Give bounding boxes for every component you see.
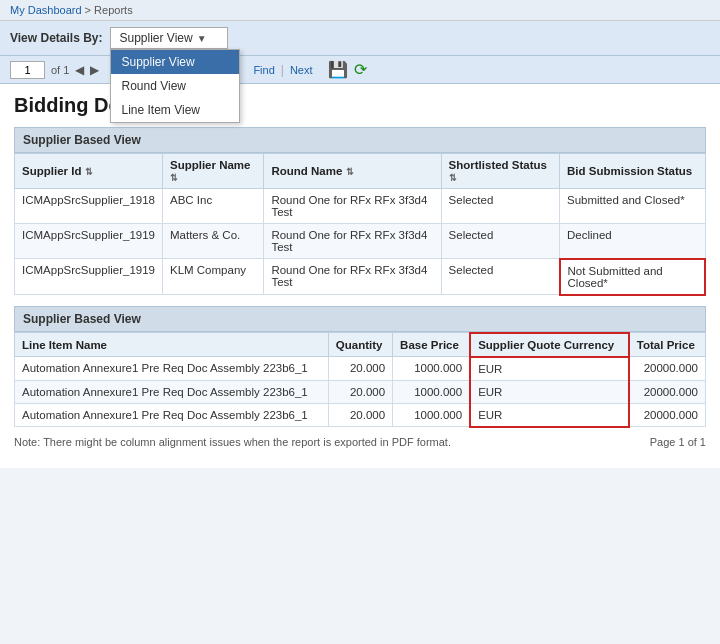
dropdown-item-supplier[interactable]: Supplier View (111, 50, 239, 74)
col-line-item: Line Item Name (15, 333, 329, 357)
cell-quantity: 20.000 (328, 357, 392, 381)
cell-supplier-id: ICMAppSrcSupplier_1919 (15, 259, 163, 295)
col-quantity: Quantity (328, 333, 392, 357)
cell-shortlisted: Selected (441, 189, 559, 224)
cell-base-price: 1000.000 (393, 380, 471, 403)
table-row: Automation Annexure1 Pre Req Doc Assembl… (15, 357, 706, 381)
cell-line-item: Automation Annexure1 Pre Req Doc Assembl… (15, 380, 329, 403)
cell-shortlisted: Selected (441, 224, 559, 259)
col-total-price: Total Price (629, 333, 706, 357)
cell-supplier-name: KLM Company (162, 259, 263, 295)
find-separator: | (281, 63, 284, 77)
breadcrumb-separator: > (85, 4, 91, 16)
cell-supplier-name: ABC Inc (162, 189, 263, 224)
cell-round-name: Round One for RFx RFx 3f3d4 Test (264, 189, 441, 224)
cell-supplier-id: ICMAppSrcSupplier_1919 (15, 224, 163, 259)
col-supplier-name: Supplier Name ⇅ (162, 154, 263, 189)
section2-header-row: Line Item Name Quantity Base Price Suppl… (15, 333, 706, 357)
refresh-icon[interactable]: ⟳ (354, 60, 367, 79)
cell-currency: EUR (470, 357, 629, 381)
find-link[interactable]: Find (253, 64, 274, 76)
breadcrumb-dashboard[interactable]: My Dashboard (10, 4, 82, 16)
nav-arrow-icon: ◀ (75, 63, 84, 77)
content-area: Bidding Details Report Supplier Based Vi… (0, 84, 720, 468)
breadcrumb: My Dashboard > Reports (0, 0, 720, 21)
col-shortlisted: Shortlisted Status ⇅ (441, 154, 559, 189)
export-icon[interactable]: 💾 (328, 60, 348, 79)
cell-bid-status: Declined (560, 224, 705, 259)
view-label: View Details By: (10, 31, 102, 45)
cell-total-price: 20000.000 (629, 403, 706, 427)
cell-total-price: 20000.000 (629, 357, 706, 381)
cell-base-price: 1000.000 (393, 403, 471, 427)
cell-round-name: Round One for RFx RFx 3f3d4 Test (264, 259, 441, 295)
nav-bar: of 1 ◀ ▶ Find | Next 💾 ⟳ (0, 56, 720, 84)
page-info: Page 1 of 1 (650, 436, 706, 448)
section1-header: Supplier Based View (14, 127, 706, 153)
cell-supplier-name: Matters & Co. (162, 224, 263, 259)
section2-table: Line Item Name Quantity Base Price Suppl… (14, 332, 706, 428)
cell-line-item: Automation Annexure1 Pre Req Doc Assembl… (15, 357, 329, 381)
cell-total-price: 20000.000 (629, 380, 706, 403)
page-input[interactable] (10, 61, 45, 79)
footer: Note: There might be column alignment is… (14, 436, 706, 448)
dropdown-item-round[interactable]: Round View (111, 74, 239, 98)
table-row: ICMAppSrcSupplier_1919 KLM Company Round… (15, 259, 706, 295)
cell-quantity: 20.000 (328, 403, 392, 427)
cell-supplier-id: ICMAppSrcSupplier_1918 (15, 189, 163, 224)
col-currency: Supplier Quote Currency (470, 333, 629, 357)
col-round-name: Round Name ⇅ (264, 154, 441, 189)
col-bid-status: Bid Submission Status (560, 154, 705, 189)
cell-bid-status: Submitted and Closed* (560, 189, 705, 224)
cell-line-item: Automation Annexure1 Pre Req Doc Assembl… (15, 403, 329, 427)
cell-currency: EUR (470, 403, 629, 427)
cell-currency: EUR (470, 380, 629, 403)
toolbar: View Details By: Supplier View ▼ Supplie… (0, 21, 720, 56)
col-base-price: Base Price (393, 333, 471, 357)
section2-header: Supplier Based View (14, 306, 706, 332)
next-link[interactable]: Next (290, 64, 313, 76)
breadcrumb-current: Reports (94, 4, 133, 16)
section1-table: Supplier Id ⇅ Supplier Name ⇅ Round Name… (14, 153, 706, 296)
view-select-button[interactable]: Supplier View ▼ (110, 27, 227, 49)
dropdown-menu: Supplier View Round View Line Item View (110, 49, 240, 123)
cell-base-price: 1000.000 (393, 357, 471, 381)
view-select-dropdown[interactable]: Supplier View ▼ Supplier View Round View… (110, 27, 227, 49)
cell-bid-status-highlighted: Not Submitted and Closed* (560, 259, 705, 295)
table-row: ICMAppSrcSupplier_1918 ABC Inc Round One… (15, 189, 706, 224)
dropdown-arrow-icon: ▼ (197, 33, 207, 44)
table-row: Automation Annexure1 Pre Req Doc Assembl… (15, 380, 706, 403)
cell-round-name: Round One for RFx RFx 3f3d4 Test (264, 224, 441, 259)
dropdown-item-lineitem[interactable]: Line Item View (111, 98, 239, 122)
table-row: Automation Annexure1 Pre Req Doc Assembl… (15, 403, 706, 427)
nav-right-icon: ▶ (90, 63, 99, 77)
of-page-text: of 1 (51, 64, 69, 76)
footer-note-text: Note: There might be column alignment is… (14, 436, 451, 448)
selected-view-label: Supplier View (119, 31, 192, 45)
col-supplier-id: Supplier Id ⇅ (15, 154, 163, 189)
table-row: ICMAppSrcSupplier_1919 Matters & Co. Rou… (15, 224, 706, 259)
section1-header-row: Supplier Id ⇅ Supplier Name ⇅ Round Name… (15, 154, 706, 189)
cell-quantity: 20.000 (328, 380, 392, 403)
cell-shortlisted: Selected (441, 259, 559, 295)
